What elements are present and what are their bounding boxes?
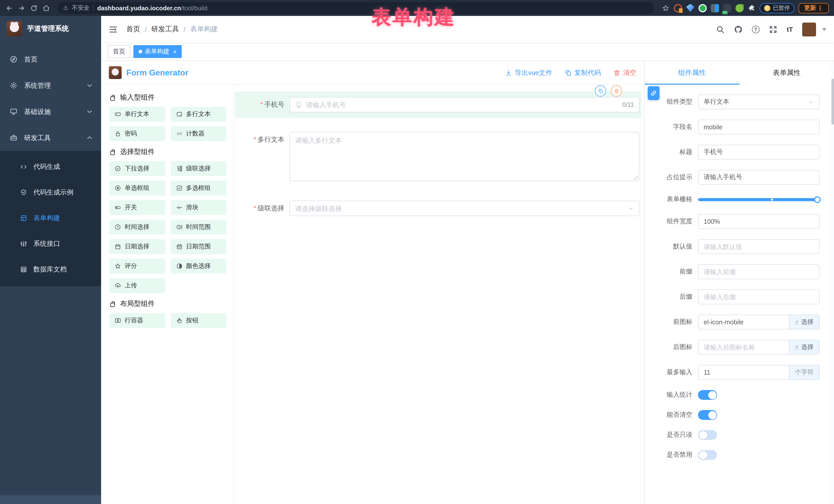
browser-menu-icon[interactable]: ⋮ <box>817 4 823 12</box>
property-input-value[interactable] <box>704 344 784 351</box>
palette-item[interactable]: 时间选择 <box>109 220 165 235</box>
property-input-value[interactable] <box>704 268 814 275</box>
resize-grip-icon[interactable] <box>634 176 638 180</box>
sidebar-item-2[interactable]: 基础设施 <box>0 98 101 125</box>
code-drawer-link-button[interactable] <box>648 86 659 100</box>
action-copy-code[interactable]: 复制代码 <box>565 68 601 77</box>
icon-select-button[interactable]: ☝选择 <box>789 340 820 355</box>
address-bar[interactable]: ⚠ 不安全 dashboard.yudao.iocoder.cn/tool/bu… <box>58 2 654 14</box>
toggle-switch[interactable] <box>698 410 717 420</box>
palette-item[interactable]: 开关 <box>109 200 165 215</box>
breadcrumb-home[interactable]: 首页 <box>126 25 140 34</box>
avatar-caret-icon[interactable] <box>822 28 826 30</box>
bookmark-star-icon[interactable] <box>662 4 669 12</box>
property-select[interactable] <box>698 94 820 109</box>
sidebar-subitem-4[interactable]: 数据库文档 <box>0 257 101 282</box>
palette-item[interactable]: 按钮 <box>171 313 226 328</box>
palette-item[interactable]: 123计数器 <box>171 126 226 141</box>
github-icon[interactable] <box>734 25 742 34</box>
sidebar-collapse-bar[interactable] <box>0 495 101 504</box>
field-input[interactable] <box>306 101 619 109</box>
palette-item[interactable]: 评分 <box>109 259 165 273</box>
property-input-value[interactable] <box>704 243 814 250</box>
extension-blue-icon[interactable] <box>711 4 719 12</box>
reload-icon[interactable] <box>30 4 38 12</box>
extension-gem-icon[interactable] <box>686 4 695 12</box>
extension-leaf-icon[interactable] <box>736 4 744 12</box>
sidebar-subitem-0[interactable]: 代码生成 <box>0 154 101 180</box>
palette-item[interactable]: 日期选择 <box>109 239 165 254</box>
home-icon[interactable] <box>42 4 50 12</box>
extension-orange-icon[interactable] <box>674 4 682 12</box>
sidebar-item-1[interactable]: 系统管理 <box>0 72 101 98</box>
sidebar-subitem-2[interactable]: 表单构建 <box>0 205 101 231</box>
property-input[interactable] <box>698 314 789 329</box>
action-clear[interactable]: 清空 <box>613 68 636 77</box>
icon-select-button[interactable]: ☝选择 <box>789 314 820 329</box>
extension-green-icon[interactable] <box>699 4 707 12</box>
extension-dark-on-icon[interactable] <box>723 4 731 12</box>
palette-item[interactable]: 多行文本 <box>171 107 226 122</box>
slider-handle[interactable] <box>814 196 821 203</box>
field-textarea[interactable] <box>289 132 639 181</box>
font-size-icon[interactable]: tT <box>787 25 793 33</box>
property-input[interactable] <box>698 365 789 380</box>
back-icon[interactable] <box>5 4 13 12</box>
property-input[interactable] <box>698 264 820 279</box>
sidebar-item-0[interactable]: 首页 <box>0 46 101 72</box>
textarea-input[interactable] <box>289 132 639 181</box>
property-input-value[interactable] <box>704 174 814 181</box>
scrollbar-thumb[interactable] <box>831 79 834 125</box>
inspector-tab-form[interactable]: 表单属性 <box>739 61 834 85</box>
scrollbar[interactable] <box>831 61 834 504</box>
palette-item[interactable]: 密码 <box>109 126 165 141</box>
sidebar-item-3[interactable]: 研发工具 <box>0 125 101 151</box>
form-field-row[interactable]: *级联选择 <box>235 195 641 222</box>
property-input[interactable] <box>698 145 820 160</box>
palette-item[interactable]: 多选框组 <box>171 181 226 196</box>
sidebar-subitem-3[interactable]: 系统接口 <box>0 231 101 257</box>
field-select-input[interactable] <box>295 204 624 212</box>
sidebar-subitem-1[interactable]: 代码生成示例 <box>0 180 101 205</box>
property-input-value[interactable] <box>704 149 814 156</box>
inspector-tab-component[interactable]: 组件属性 <box>644 61 739 85</box>
tag-1[interactable]: 表单构建× <box>133 45 182 58</box>
browser-update-button[interactable]: 更新⋮ <box>798 3 829 13</box>
field-delete-button[interactable] <box>611 85 622 96</box>
sidebar-logo-row[interactable]: 芋道管理系统 <box>0 16 101 42</box>
property-input[interactable] <box>698 289 820 304</box>
property-input-value[interactable] <box>704 293 814 301</box>
property-select-value[interactable] <box>704 98 805 106</box>
tag-0[interactable]: 首页 <box>108 45 130 58</box>
palette-item[interactable]: 滑块 <box>171 200 226 215</box>
property-input[interactable] <box>698 340 789 355</box>
form-field-row[interactable]: *手机号0/11 <box>235 91 641 118</box>
property-input[interactable] <box>698 239 820 254</box>
profile-paused-badge[interactable]: 已暂停 <box>760 3 794 13</box>
property-input[interactable] <box>698 170 820 185</box>
palette-item[interactable]: 时间范围 <box>171 220 226 235</box>
palette-item[interactable]: 下拉选择 <box>109 161 165 176</box>
form-field-row[interactable]: *多行文本 <box>235 126 641 187</box>
action-export-vue[interactable]: 导出vue文件 <box>505 68 552 77</box>
grid-span-slider[interactable] <box>698 198 817 201</box>
property-input-value[interactable] <box>704 369 784 376</box>
property-input[interactable] <box>698 119 820 134</box>
search-icon[interactable] <box>716 25 724 34</box>
help-icon[interactable]: ? <box>752 25 759 33</box>
cascader-select[interactable] <box>289 201 639 216</box>
tag-close-icon[interactable]: × <box>173 48 177 54</box>
forward-icon[interactable] <box>18 4 25 12</box>
text-input[interactable]: 0/11 <box>289 97 639 112</box>
user-avatar[interactable] <box>802 22 816 36</box>
security-warning-icon[interactable]: ⚠ <box>63 5 68 11</box>
toggle-switch[interactable] <box>698 450 717 460</box>
property-input[interactable] <box>698 214 820 229</box>
palette-item[interactable]: 级联选择 <box>171 161 226 176</box>
palette-item[interactable]: 上传 <box>109 278 165 293</box>
hamburger-icon[interactable] <box>109 25 117 34</box>
extensions-puzzle-icon[interactable] <box>748 4 755 12</box>
fullscreen-icon[interactable] <box>769 25 777 34</box>
palette-item[interactable]: 单行文本 <box>109 107 165 122</box>
property-input-value[interactable] <box>704 124 814 131</box>
